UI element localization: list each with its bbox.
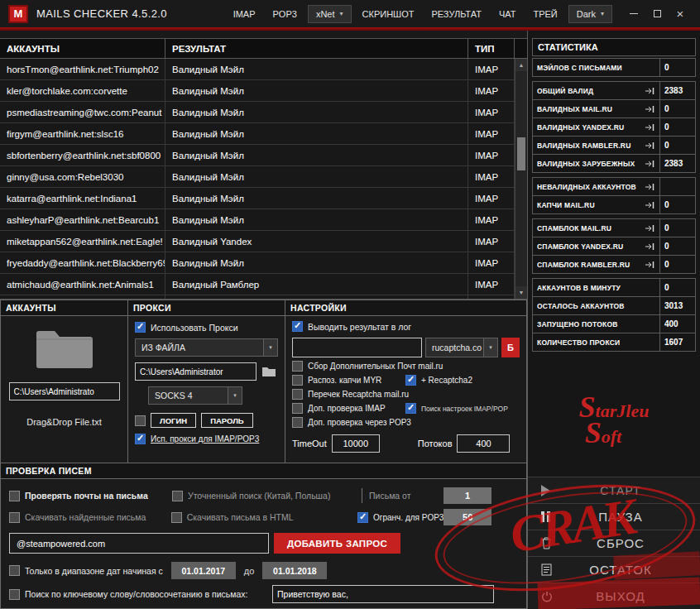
exit-button[interactable]: ВЫХОД: [528, 583, 700, 609]
date-from-field[interactable]: 01.01.2017: [171, 562, 236, 579]
use-proxy-checkbox[interactable]: [135, 322, 146, 333]
table-row[interactable]: miketappan562@earthlink.net:Eagle! Валид…: [0, 231, 515, 252]
download-html-label: Скачивать письма в HTML: [187, 512, 357, 522]
date-range-checkbox[interactable]: [9, 565, 20, 576]
maximize-button[interactable]: [645, 3, 669, 25]
header-result[interactable]: РЕЗУЛЬТАТ: [165, 39, 468, 58]
log-output-checkbox[interactable]: [292, 321, 303, 332]
pause-button[interactable]: ПАУЗА: [528, 503, 700, 530]
refined-search-checkbox[interactable]: [172, 491, 183, 501]
export-icon[interactable]: [643, 260, 655, 270]
captcha-service-dropdown[interactable]: rucaptcha.co ▾: [425, 338, 498, 357]
proxy-login-field[interactable]: ЛОГИН: [151, 413, 196, 428]
stat-label-cell: КАПЧИ MAIL.RU: [533, 196, 660, 213]
check-mail-checkbox[interactable]: [9, 491, 20, 501]
extra-imap-check-checkbox[interactable]: [292, 403, 303, 414]
extra-pop3-check-checkbox[interactable]: [292, 417, 303, 428]
menu-result[interactable]: РЕЗУЛЬТАТ: [424, 5, 487, 23]
pop3-limit-value[interactable]: 50: [443, 509, 491, 525]
action-buttons: СТАРТ ПАУЗА СБРОС ОСТАТОК ВЫХОД: [527, 477, 700, 609]
stat-value: 0: [660, 256, 695, 273]
minimize-button[interactable]: [622, 3, 645, 25]
stat-label: СПАМБЛОК MAIL.RU: [537, 224, 643, 233]
stat-row: ВАЛИДНЫХ YANDEX.RU 0: [532, 117, 696, 137]
header-type[interactable]: ТИП: [468, 39, 515, 58]
remainder-label: ОСТАТОК: [564, 563, 700, 577]
table-scrollbar[interactable]: ▲ ▼: [515, 59, 527, 299]
account-cell: kler@torchlake.com:corvette: [0, 80, 165, 101]
menu-imap[interactable]: IMAP: [227, 5, 262, 23]
export-icon[interactable]: [643, 242, 655, 252]
menu-tray[interactable]: ТРЕЙ: [526, 5, 563, 23]
browse-folder-icon[interactable]: [260, 363, 278, 380]
table-row[interactable]: atmichaud@earthlink.net:Animals1 Валидны…: [0, 274, 515, 295]
table-row[interactable]: dbruffa@earthlink.net:... Валидный Мэйл …: [0, 295, 515, 299]
export-icon[interactable]: [643, 159, 655, 169]
menu-screenshot[interactable]: СКРИНШОТ: [356, 5, 421, 23]
keyword-input[interactable]: [272, 585, 494, 603]
download-found-checkbox[interactable]: [9, 512, 20, 523]
menu-pop3[interactable]: POP3: [266, 5, 304, 23]
dragdrop-zone[interactable]: Drag&Drop File.txt: [1, 328, 127, 427]
recaptcha2-checkbox[interactable]: [405, 375, 416, 386]
export-icon[interactable]: [643, 141, 655, 151]
query-input[interactable]: [9, 533, 269, 554]
accounts-file-path-input[interactable]: [9, 382, 120, 400]
stat-label-cell: АККАУНТОВ В МИНУТУ: [533, 279, 660, 296]
imap-settings-search-checkbox[interactable]: [405, 403, 416, 414]
xnet-dropdown[interactable]: xNet ▾: [308, 5, 352, 23]
starjleusoft-logo: StarJleu Soft: [532, 395, 696, 445]
captcha-myr-checkbox[interactable]: [292, 375, 303, 386]
export-icon[interactable]: [643, 200, 655, 210]
collect-extra-mail-checkbox[interactable]: [292, 361, 303, 372]
menu-chat[interactable]: ЧАТ: [492, 5, 523, 23]
stat-row: ВАЛИДНЫХ RAMBLER.RU 0: [532, 136, 696, 155]
export-icon[interactable]: [643, 86, 655, 96]
timeout-input[interactable]: [332, 434, 380, 453]
table-row[interactable]: sbfortenberry@earthlink.net:sbf0800 Вали…: [0, 145, 515, 166]
scroll-down-icon[interactable]: ▼: [515, 286, 527, 299]
close-button[interactable]: ×: [669, 3, 692, 25]
export-icon[interactable]: [643, 122, 655, 132]
table-row[interactable]: horsTmon@earthlink.net:Triumph02 Валидны…: [0, 59, 515, 80]
remainder-button[interactable]: ОСТАТОК: [528, 556, 700, 583]
download-html-checkbox[interactable]: [171, 512, 182, 523]
proxy-file-path-input[interactable]: [135, 362, 257, 381]
keyword-search-checkbox[interactable]: [9, 589, 20, 600]
threads-input[interactable]: [457, 434, 510, 453]
scroll-up-icon[interactable]: ▲: [515, 59, 527, 71]
export-icon[interactable]: [643, 223, 655, 233]
table-row[interactable]: psmediastreaming@twc.com:Peanut Валидный…: [0, 102, 515, 123]
date-range-label: Только в диапазоне дат начиная с: [25, 566, 163, 576]
theme-dropdown[interactable]: Dark ▾: [568, 5, 612, 23]
start-button[interactable]: СТАРТ: [528, 477, 700, 503]
proxy-for-imap-checkbox[interactable]: [135, 434, 146, 444]
recheck-recaptcha-checkbox[interactable]: [292, 389, 303, 400]
export-icon[interactable]: [643, 182, 655, 192]
check-mail-label: Проверять почты на письма: [25, 491, 172, 501]
reset-label: СБРОС: [564, 536, 700, 550]
add-query-button[interactable]: ДОБАВИТЬ ЗАПРОС: [274, 533, 400, 554]
extra-pop3-check-label: Доп. проверка через POP3: [308, 418, 411, 427]
table-row[interactable]: ginny@usa.com:Rebel3030 Валидный Мэйл IM…: [0, 166, 515, 188]
table-row[interactable]: firgym@earthlink.net:slsc16 Валидный Мэй…: [0, 123, 515, 145]
pop3-limit-checkbox[interactable]: [357, 512, 368, 523]
table-row[interactable]: katarra@earthlink.net:Indiana1 Валидный …: [0, 188, 515, 209]
letters-from-value[interactable]: 1: [443, 487, 491, 504]
proxy-password-field[interactable]: ПАРОЛЬ: [201, 413, 253, 428]
export-icon[interactable]: [643, 104, 655, 114]
captcha-key-input[interactable]: [292, 338, 422, 357]
proxy-type-dropdown[interactable]: SOCKS 4 ▾: [148, 386, 242, 405]
header-accounts[interactable]: АККАУНТЫ: [0, 39, 165, 58]
stat-value: 0: [660, 279, 695, 296]
proxy-source-dropdown[interactable]: ИЗ ФАЙЛА ▾: [135, 338, 278, 357]
table-row[interactable]: ashleyharP@earthlink.net:Bearcub1 Валидн…: [0, 209, 515, 231]
date-to-field[interactable]: 01.01.2018: [262, 562, 327, 579]
scrollbar-thumb[interactable]: [517, 137, 525, 170]
type-cell: IMAP: [468, 59, 515, 79]
table-row[interactable]: kler@torchlake.com:corvette Валидный Мэй…: [0, 80, 515, 102]
balance-button[interactable]: Б: [501, 338, 520, 357]
table-row[interactable]: fryedaddy@earthlink.net:Blackberry69 Вал…: [0, 252, 515, 274]
proxy-auth-checkbox[interactable]: [135, 415, 146, 426]
reset-button[interactable]: СБРОС: [528, 530, 700, 556]
